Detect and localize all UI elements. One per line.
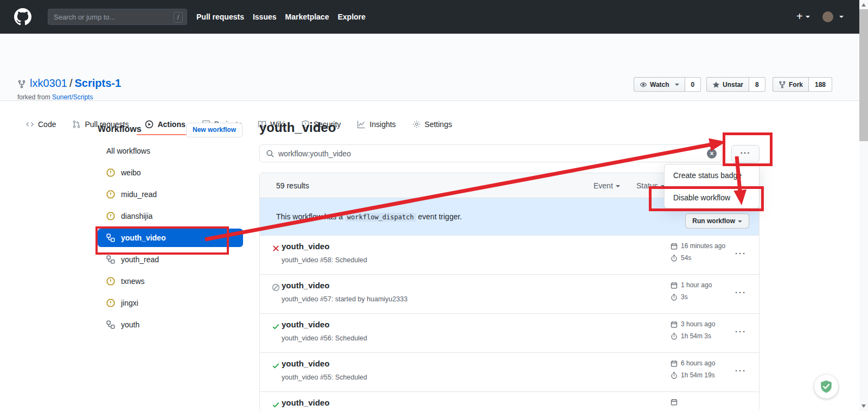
- run-row: youth_video youth_video #58: Scheduled 1…: [260, 235, 759, 274]
- check-success-icon: [272, 401, 280, 411]
- star-icon: [712, 81, 720, 88]
- tab-code[interactable]: Code: [17, 114, 64, 135]
- watch-count[interactable]: 0: [685, 77, 701, 92]
- chevron-down-icon: [806, 16, 810, 18]
- stopwatch-icon: [671, 372, 678, 379]
- watch-button[interactable]: Watch: [634, 77, 685, 92]
- event-filter[interactable]: Event: [593, 181, 620, 190]
- fork-count[interactable]: 188: [809, 77, 832, 92]
- workflow-options-button[interactable]: ···: [731, 145, 760, 163]
- calendar-icon: [671, 243, 678, 250]
- repo-title: lxk0301/Scripts-1: [30, 77, 121, 90]
- scroll-up-icon[interactable]: [861, 3, 866, 7]
- run-options-icon[interactable]: ···: [735, 249, 746, 258]
- adguard-badge[interactable]: [814, 375, 838, 399]
- sidebar-item-all-workflows[interactable]: All workflows: [98, 140, 243, 162]
- repo-forked-icon: [17, 80, 26, 91]
- fork-group: Fork 188: [773, 77, 832, 92]
- run-row: youth_video youth_video #55: Scheduled 6…: [260, 352, 759, 391]
- sidebar-item-dianshijia[interactable]: dianshijia: [98, 205, 243, 227]
- run-title-link[interactable]: youth_video: [282, 398, 329, 407]
- fork-label: Fork: [789, 81, 803, 88]
- warning-icon: [106, 299, 115, 307]
- menu-item-disable-workflow[interactable]: Disable workflow: [665, 186, 759, 208]
- run-duration: 1h 54m 19s: [671, 371, 715, 379]
- create-new-menu[interactable]: +: [796, 10, 810, 23]
- tab-insights[interactable]: Insights: [349, 114, 404, 135]
- calendar-icon: [671, 360, 678, 367]
- run-duration: 1h 54m 3s: [671, 332, 711, 340]
- github-logo-icon[interactable]: [14, 8, 31, 26]
- check-success-icon: [272, 362, 280, 372]
- repo-header: lxk0301/Scripts-1 forked from Sunert/Scr…: [0, 34, 868, 101]
- run-workflow-button[interactable]: Run workflow: [685, 213, 749, 229]
- scrollbar-thumb[interactable]: [859, 9, 868, 141]
- scrollbar[interactable]: [859, 0, 868, 411]
- sidebar-item-youth[interactable]: youth: [98, 314, 243, 336]
- run-duration: 3s: [671, 293, 688, 301]
- fork-source-link[interactable]: Sunert/Scripts: [52, 93, 93, 101]
- unstar-button[interactable]: Unstar: [706, 77, 749, 92]
- tab-settings[interactable]: Settings: [404, 114, 461, 135]
- cancelled-icon: [272, 283, 280, 294]
- repo-name-link[interactable]: Scripts-1: [75, 77, 122, 89]
- menu-item-create-status-badge[interactable]: Create status badge: [665, 165, 759, 186]
- status-filter[interactable]: Status: [636, 181, 665, 190]
- git-pull-request-icon: [72, 120, 81, 129]
- chevron-down-icon: [616, 185, 620, 187]
- run-subtitle: youth_video #58: Scheduled: [282, 256, 367, 264]
- run-title-link[interactable]: youth_video: [282, 242, 329, 251]
- code-span: workflow_dispatch: [345, 213, 416, 222]
- run-subtitle: youth_video #56: Scheduled: [282, 334, 367, 342]
- chevron-down-icon: [738, 220, 742, 223]
- sidebar-item-weibo[interactable]: weibo: [98, 162, 243, 184]
- run-options-icon[interactable]: ···: [735, 288, 746, 297]
- nav-marketplace[interactable]: Marketplace: [285, 12, 329, 21]
- calendar-icon: [671, 321, 678, 328]
- sidebar-item-youth-video[interactable]: youth_video: [98, 229, 243, 247]
- warning-icon: [106, 168, 115, 177]
- plus-icon: +: [796, 10, 803, 23]
- watch-group: Watch 0: [634, 77, 701, 92]
- header-nav: Pull requests Issues Marketplace Explore: [196, 0, 366, 34]
- fork-note: forked from Sunert/Scripts: [17, 93, 93, 101]
- runs-search: ×: [259, 144, 722, 162]
- run-title-link[interactable]: youth_video: [282, 320, 329, 329]
- run-title-link[interactable]: youth_video: [282, 359, 329, 368]
- stopwatch-icon: [671, 294, 678, 301]
- run-time: 6 hours ago: [671, 359, 715, 367]
- page-title: youth_video: [259, 120, 336, 135]
- run-options-icon[interactable]: ···: [735, 327, 746, 336]
- run-options-icon[interactable]: ···: [735, 366, 746, 375]
- repo-owner-link[interactable]: lxk0301: [30, 77, 67, 89]
- watch-label: Watch: [650, 81, 669, 88]
- gear-icon: [412, 120, 421, 129]
- chevron-down-icon[interactable]: [839, 16, 844, 18]
- nav-pull-requests[interactable]: Pull requests: [196, 12, 244, 21]
- run-subtitle: youth_video #57: started by huamiyu2333: [282, 295, 407, 303]
- run-time: 16 minutes ago: [671, 242, 725, 250]
- fork-button[interactable]: Fork: [773, 77, 809, 92]
- scroll-down-icon[interactable]: [861, 404, 866, 408]
- star-count[interactable]: 8: [749, 77, 765, 92]
- run-duration: 54s: [671, 254, 691, 262]
- clear-search-icon[interactable]: ×: [707, 149, 717, 159]
- avatar[interactable]: [822, 11, 833, 22]
- runs-search-input[interactable]: [278, 146, 696, 161]
- nav-issues[interactable]: Issues: [253, 12, 277, 21]
- notice-text: This workflow has a workflow_dispatch ev…: [276, 212, 462, 221]
- graph-icon: [357, 120, 366, 129]
- sidebar-item-txnews[interactable]: txnews: [98, 270, 243, 292]
- tab-actions[interactable]: Actions: [137, 114, 193, 135]
- sidebar-item-midu-read[interactable]: midu_read: [98, 184, 243, 205]
- stopwatch-icon: [671, 255, 678, 262]
- sidebar-item-youth-read[interactable]: youth_read: [98, 249, 243, 270]
- warning-icon: [106, 190, 115, 199]
- slash-key-hint: /: [174, 12, 183, 23]
- search-icon: [266, 149, 275, 160]
- new-workflow-button[interactable]: New workflow: [186, 123, 242, 137]
- global-search-input[interactable]: [48, 9, 157, 24]
- nav-explore[interactable]: Explore: [337, 12, 365, 21]
- sidebar-item-jingxi[interactable]: jingxi: [98, 292, 243, 314]
- run-title-link[interactable]: youth_video: [282, 281, 329, 290]
